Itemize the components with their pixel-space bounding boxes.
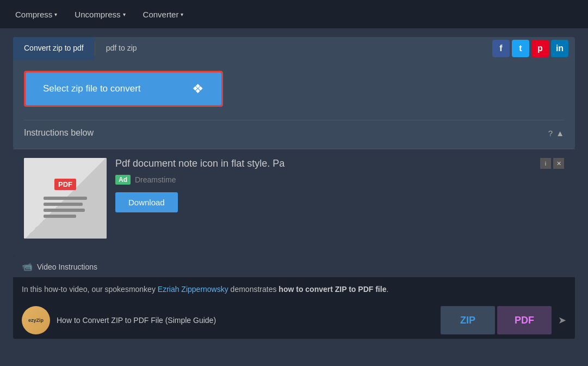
navbar-uncompress[interactable]: Uncompress ▾ [68,5,132,23]
video-header-label: Video Instructions [37,263,97,271]
video-thumb-row: ezyZip How to Convert ZIP to PDF File (S… [13,302,575,339]
pdf-thumb: PDF [497,306,552,334]
pdf-lines [44,197,87,218]
ad-content: Pdf document note icon in flat style. Pa… [115,158,564,212]
converter-arrow: ▾ [181,11,183,17]
camera-icon: 📹 [22,261,33,272]
navbar-converter[interactable]: Converter ▾ [137,5,190,23]
video-title: How to Convert ZIP to PDF File (Simple G… [57,316,434,325]
instructions-right: ? ▲ [548,129,564,138]
ad-badge-row: Ad Dreamstime [115,175,564,185]
ad-info-button[interactable]: i [540,158,551,169]
video-thumb-label: ezyZip [28,318,44,323]
pdf-line-4 [44,215,76,218]
video-zip-area: ZIP PDF [441,306,552,334]
tab-pdf-to-zip[interactable]: pdf to zip [95,37,148,60]
tab-pdf-to-zip-label: pdf to zip [106,44,137,52]
video-section: 📹 Video Instructions In this how-to vide… [13,256,575,339]
compress-label: Compress [15,10,52,19]
ad-title: Pdf document note icon in flat style. Pa [115,158,284,169]
ad-section: PDF Pdf document note icon in flat style… [13,149,575,247]
tab-zip-to-pdf-label: Convert zip to pdf [24,44,84,52]
ad-image: PDF [24,158,107,239]
tabs: Convert zip to pdf pdf to zip [13,37,148,60]
video-header: 📹 Video Instructions [13,256,575,277]
instructions-bar: Instructions below ? ▲ [24,120,564,138]
facebook-icon[interactable]: f [492,40,510,57]
select-file-button[interactable]: Select zip file to convert ❖ [26,72,221,105]
video-desc-mid: demonstrates [228,285,279,294]
social-icons: f t p in [492,40,575,57]
collapse-arrow-icon[interactable]: ▲ [556,129,564,138]
pinterest-icon[interactable]: p [531,40,549,57]
pdf-label: PDF [515,315,534,326]
tab-zip-to-pdf[interactable]: Convert zip to pdf [13,37,95,60]
zip-label: ZIP [460,315,475,326]
content-panel: Select zip file to convert ❖ Instruction… [13,60,575,149]
video-link-text: Ezriah Zippernowsky [158,285,228,294]
video-desc-start: In this how-to video, our spokesmonkey [22,285,158,294]
main-content: Convert zip to pdf pdf to zip f t p in S… [0,28,588,347]
navbar-compress[interactable]: Compress ▾ [9,5,64,23]
dropbox-icon: ❖ [192,81,204,96]
pdf-line-2 [44,203,83,206]
pdf-badge: PDF [54,179,76,190]
video-thumbnail: ezyZip [22,306,50,334]
twitter-icon[interactable]: t [512,40,529,57]
video-desc-end: . [386,285,388,294]
select-area: Select zip file to convert ❖ [24,71,223,107]
help-icon: ? [548,129,553,138]
pdf-line-1 [44,197,87,200]
ad-badge: Ad [115,175,131,185]
uncompress-label: Uncompress [75,10,120,19]
navbar: Compress ▾ Uncompress ▾ Converter ▾ [0,0,588,28]
converter-label: Converter [143,10,179,19]
video-bold-text: how to convert ZIP to PDF file [278,285,386,294]
pdf-line-3 [44,209,85,212]
uncompress-arrow: ▾ [123,11,126,17]
linkedin-icon[interactable]: in [551,40,568,57]
instructions-label: Instructions below [24,128,94,138]
tab-row: Convert zip to pdf pdf to zip f t p in [13,37,575,60]
download-button[interactable]: Download [115,192,178,212]
ad-close-button[interactable]: ✕ [553,158,564,169]
video-desc: In this how-to video, our spokesmonkey E… [13,277,575,302]
compress-arrow: ▾ [54,11,57,17]
select-file-label: Select zip file to convert [43,83,141,94]
video-link[interactable]: Ezriah Zippernowsky [158,285,228,294]
zip-thumb: ZIP [441,306,495,334]
ad-source: Dreamstime [135,175,176,184]
ad-corner: i ✕ [540,158,564,169]
share-icon[interactable]: ➤ [558,314,566,326]
